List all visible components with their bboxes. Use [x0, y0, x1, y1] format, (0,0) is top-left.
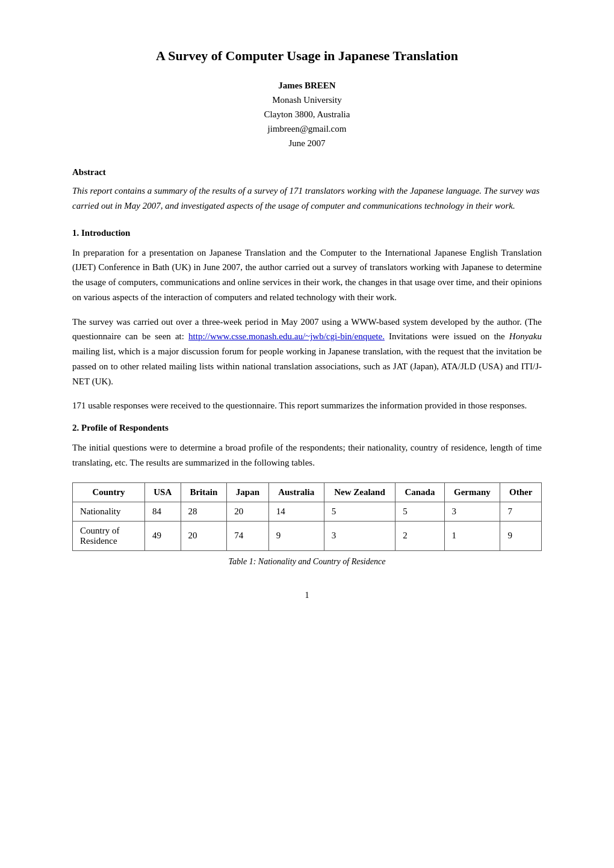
page-number: 1	[72, 591, 542, 600]
page-title: A Survey of Computer Usage in Japanese T…	[72, 48, 542, 64]
row-residence-germany: 1	[444, 521, 500, 550]
row-nationality-germany: 3	[444, 502, 500, 521]
section-profile: 2. Profile of Respondents The initial qu…	[72, 423, 542, 470]
honyaku-italic: Honyaku	[509, 331, 542, 341]
col-header-japan: Japan	[227, 482, 268, 502]
row-residence-japan: 74	[227, 521, 268, 550]
row-residence-britain: 20	[181, 521, 227, 550]
row-nationality-newzealand: 5	[324, 502, 395, 521]
author-affiliation: Monash University	[72, 93, 542, 107]
author-date: June 2007	[72, 136, 542, 150]
col-header-new-zealand: New Zealand	[324, 482, 395, 502]
col-header-germany: Germany	[444, 482, 500, 502]
col-header-britain: Britain	[181, 482, 227, 502]
section-1-heading: 1. Introduction	[72, 228, 542, 238]
row-residence-usa: 49	[145, 521, 181, 550]
profile-paragraph-1: The initial questions were to determine …	[72, 440, 542, 470]
table-container: Country USA Britain Japan Australia New …	[72, 482, 542, 567]
author-email: jimbreen@gmail.com	[72, 122, 542, 136]
author-name: James BREEN	[72, 78, 542, 93]
author-location: Clayton 3800, Australia	[72, 107, 542, 122]
row-nationality-britain: 28	[181, 502, 227, 521]
abstract-text: This report contains a summary of the re…	[72, 183, 542, 214]
section-introduction: 1. Introduction In preparation for a pre…	[72, 228, 542, 414]
survey-link[interactable]: http://www.csse.monash.edu.au/~jwb/cgi-b…	[188, 331, 385, 341]
table-header-row: Country USA Britain Japan Australia New …	[73, 482, 542, 502]
col-header-other: Other	[500, 482, 542, 502]
intro-paragraph-3: 171 usable responses were received to th…	[72, 398, 542, 413]
abstract-section: Abstract This report contains a summary …	[72, 167, 542, 214]
author-block: James BREEN Monash University Clayton 38…	[72, 78, 542, 150]
table-row: Country of Residence 49 20 74 9 3 2 1 9	[73, 521, 542, 550]
nationality-table: Country USA Britain Japan Australia New …	[72, 482, 542, 551]
row-residence-label: Country of Residence	[73, 521, 145, 550]
col-header-usa: USA	[145, 482, 181, 502]
intro-paragraph-1: In preparation for a presentation on Jap…	[72, 245, 542, 305]
table-row: Nationality 84 28 20 14 5 5 3 7	[73, 502, 542, 521]
section-2-heading: 2. Profile of Respondents	[72, 423, 542, 433]
row-residence-newzealand: 3	[324, 521, 395, 550]
intro-paragraph-2: The survey was carried out over a three-…	[72, 315, 542, 389]
row-nationality-label: Nationality	[73, 502, 145, 521]
col-header-australia: Australia	[268, 482, 324, 502]
row-nationality-canada: 5	[395, 502, 444, 521]
table-caption: Table 1: Nationality and Country of Resi…	[72, 557, 542, 567]
row-residence-australia: 9	[268, 521, 324, 550]
row-residence-canada: 2	[395, 521, 444, 550]
row-nationality-australia: 14	[268, 502, 324, 521]
page: A Survey of Computer Usage in Japanese T…	[0, 0, 614, 868]
col-header-country: Country	[73, 482, 145, 502]
row-residence-other: 9	[500, 521, 542, 550]
abstract-label: Abstract	[72, 167, 542, 177]
row-nationality-other: 7	[500, 502, 542, 521]
row-nationality-usa: 84	[145, 502, 181, 521]
col-header-canada: Canada	[395, 482, 444, 502]
row-nationality-japan: 20	[227, 502, 268, 521]
